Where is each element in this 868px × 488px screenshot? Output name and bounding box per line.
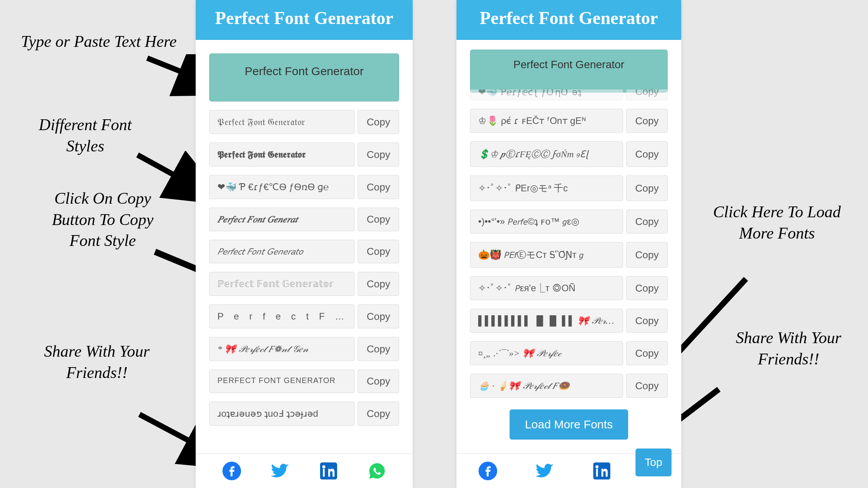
copy-button[interactable]: Copy xyxy=(358,337,399,361)
font-preview: ❤🐳 Ƥ €ɾƒ€℃Ѳ ƒѲռѲ ɡ℮ xyxy=(209,175,355,199)
font-preview: ✧･ﾟ✧･ﾟ 𝘗εя'е⎿т ◎OÑ xyxy=(470,276,623,300)
copy-button[interactable]: Copy xyxy=(626,141,668,167)
annotation-click-copy: Click On Copy Button To Copy Font Style xyxy=(35,188,170,251)
font-preview: ɹoʇɐɹǝuǝפ ʇuoℲ ʇɔǝɟɹǝd xyxy=(209,402,355,426)
linkedin-icon[interactable] xyxy=(592,461,612,481)
twitter-icon[interactable] xyxy=(535,461,555,481)
linkedin-icon[interactable] xyxy=(319,461,339,481)
copy-button[interactable]: Copy xyxy=(358,175,399,199)
font-style-row: ℙ𝕖𝕣𝕗𝕖𝕔𝕥 𝔽𝕠𝕟𝕥 𝔾𝕖𝕟𝕖𝕣𝕒𝕥𝕠𝕣 Copy xyxy=(209,272,399,296)
font-style-row: 𝔓𝔢𝔯𝔣𝔢𝔠𝔱 𝔉𝔬𝔫𝔱 𝔊𝔢𝔫𝔢𝔯𝔞𝔱𝔬𝔯 Copy xyxy=(209,110,399,134)
font-style-row: ¤¸„ .·´¯`»> 🎀 𝒫𝑒𝓇𝒻𝑒𝒸 Copy xyxy=(470,341,668,365)
annotation-different-styles: Different Font Styles xyxy=(19,114,151,156)
text-input[interactable]: Perfect Font Generator xyxy=(209,53,399,101)
load-more-button[interactable]: Load More Fonts xyxy=(510,409,629,440)
font-style-row: 🎃👹 𝘗𝘌𝘧ⒺモCт ᎦὋ́Ɲт 𝘨 Copy xyxy=(470,242,668,268)
whatsapp-icon[interactable] xyxy=(367,461,387,481)
font-preview: ▌▌▌▌▌▌▌▌ ▐▌▐▌ ▌▌ 🎀 𝒫𝑒𝓇𝒻𝑒𝒸 xyxy=(470,309,623,333)
font-style-row: ❤🐳 Ƥ €ɾƒ€℃Ѳ ƒѲռѲ ɡ℮ Copy xyxy=(209,175,399,199)
font-preview: ♔🌷 ρє́ ɾ ꜰEČᴛ ᶠOnᴛ gEᴺ xyxy=(470,109,623,133)
font-style-row: PERFECT FONT GENERATOR Copy xyxy=(209,369,399,393)
font-preview: •)••°'•» 𝘗𝘦𝘳𝘧𝘦©ʇ ꜰo™ 𝘨ε◎ xyxy=(470,210,623,234)
font-preview: ❤🐳 ƤℯɾƒⅇƈƮ ƒƠƞƠ ǝʇ xyxy=(470,89,623,100)
copy-button[interactable]: Copy xyxy=(358,402,399,426)
font-preview: ℙ𝕖𝕣𝕗𝕖𝕔𝕥 𝔽𝕠𝕟𝕥 𝔾𝕖𝕟𝕖𝕣𝕒𝕥𝕠𝕣 xyxy=(209,272,355,296)
font-preview: PERFECT FONT GENERATOR xyxy=(209,369,355,393)
font-preview: ✧･ﾟ✧･ﾟ ᑭEr◎モᵃ 千c xyxy=(470,175,623,201)
font-style-row: 𝕻𝖊𝖗𝖋𝖊𝖈𝖙 𝕱𝖔𝖓𝖙 𝕲𝖊𝖓𝖊𝖗𝖆𝖙𝖔𝖗 Copy xyxy=(209,143,399,167)
font-preview: 🎃👹 𝘗𝘌𝘧ⒺモCт ᎦὋ́Ɲт 𝘨 xyxy=(470,242,623,268)
font-style-row: 𝘗𝘦𝘳𝘧𝘦𝘤𝘵 𝘍𝘰𝘯𝘵 𝘎𝘦𝘯𝘦𝘳𝘢𝘵𝘰 Copy xyxy=(209,240,399,263)
copy-button[interactable]: Copy xyxy=(626,175,668,201)
font-style-row: ♔🌷 ρє́ ɾ ꜰEČᴛ ᶠOnᴛ gEᴺ Copy xyxy=(470,109,668,133)
copy-button[interactable]: Copy xyxy=(358,304,399,328)
left-phone-panel: Perfect Font Generator Perfect Font Gene… xyxy=(196,0,413,488)
font-style-row: ✧･ﾟ✧･ﾟ ᑭEr◎モᵃ 千c Copy xyxy=(470,175,668,201)
annotation-type-here: Type or Paste Text Here xyxy=(14,31,184,52)
font-preview: ¤¸„ .·´¯`»> 🎀 𝒫𝑒𝓇𝒻𝑒𝒸 xyxy=(470,341,623,365)
font-style-row-cutoff: ❤🐳 ƤℯɾƒⅇƈƮ ƒƠƞƠ ǝʇ Copy xyxy=(470,89,668,100)
copy-button[interactable]: Copy xyxy=(626,210,668,234)
share-bar xyxy=(196,454,413,488)
font-preview: 💲♔ 𝒑ⒺɾFĘⒸⒸ ϝσŃт ₉Ɛɭ xyxy=(470,141,623,167)
font-preview: 𝔓𝔢𝔯𝔣𝔢𝔠𝔱 𝔉𝔬𝔫𝔱 𝔊𝔢𝔫𝔢𝔯𝔞𝔱𝔬𝔯 xyxy=(209,110,355,134)
font-style-row: * 🎀 𝒫𝑒𝓇𝒻𝑒𝒸𝓉 𝐹❁𝓃𝓉 𝒢𝑒𝓃 Copy xyxy=(209,337,399,361)
copy-button[interactable]: Copy xyxy=(358,110,399,134)
facebook-icon[interactable] xyxy=(478,461,498,481)
font-style-row: P e r f e c t F o n t Copy xyxy=(209,304,399,328)
scroll-top-button[interactable]: Top xyxy=(636,448,672,476)
app-header: Perfect Font Generator xyxy=(456,0,681,40)
font-style-row: ▌▌▌▌▌▌▌▌ ▐▌▐▌ ▌▌ 🎀 𝒫𝑒𝓇𝒻𝑒𝒸 Copy xyxy=(470,309,668,333)
font-preview: * 🎀 𝒫𝑒𝓇𝒻𝑒𝒸𝓉 𝐹❁𝓃𝓉 𝒢𝑒𝓃 xyxy=(209,337,355,361)
app-header: Perfect Font Generator xyxy=(196,0,413,40)
font-preview: 🧁 · 🍦🎀 𝒫𝑒𝓇𝒻𝑒𝒸𝓉 𝐹🍩 xyxy=(470,374,623,398)
copy-button[interactable]: Copy xyxy=(626,276,668,300)
right-phone-panel: Perfect Font Generator Perfect Font Gene… xyxy=(456,0,681,488)
copy-button[interactable]: Copy xyxy=(358,240,399,263)
font-style-row: ɹoʇɐɹǝuǝפ ʇuoℲ ʇɔǝɟɹǝd Copy xyxy=(209,402,399,426)
facebook-icon[interactable] xyxy=(222,461,242,481)
font-preview: 𝘗𝘦𝘳𝘧𝘦𝘤𝘵 𝘍𝘰𝘯𝘵 𝘎𝘦𝘯𝘦𝘳𝘢𝘵𝘰 xyxy=(209,240,355,263)
copy-button[interactable]: Copy xyxy=(358,208,399,231)
copy-button[interactable]: Copy xyxy=(358,272,399,296)
copy-button[interactable]: Copy xyxy=(626,89,668,100)
twitter-icon[interactable] xyxy=(270,461,290,481)
font-style-row: •)••°'•» 𝘗𝘦𝘳𝘧𝘦©ʇ ꜰo™ 𝘨ε◎ Copy xyxy=(470,210,668,234)
copy-button[interactable]: Copy xyxy=(626,242,668,268)
phone-body: Perfect Font Generator ❤🐳 ƤℯɾƒⅇƈƮ ƒƠƞƠ ǝ… xyxy=(456,40,681,447)
font-preview: 𝕻𝖊𝖗𝖋𝖊𝖈𝖙 𝕱𝖔𝖓𝖙 𝕲𝖊𝖓𝖊𝖗𝖆𝖙𝖔𝖗 xyxy=(209,143,355,167)
font-style-row: 𝑃𝑒𝑟𝑓𝑒𝑐𝑡 𝐹𝑜𝑛𝑡 𝐺𝑒𝑛𝑒𝑟𝑎𝑡 Copy xyxy=(209,208,399,231)
copy-button[interactable]: Copy xyxy=(626,309,668,333)
font-style-row: 💲♔ 𝒑ⒺɾFĘⒸⒸ ϝσŃт ₉Ɛɭ Copy xyxy=(470,141,668,167)
font-style-row: ✧･ﾟ✧･ﾟ 𝘗εя'е⎿т ◎OÑ Copy xyxy=(470,276,668,300)
font-preview: 𝑃𝑒𝑟𝑓𝑒𝑐𝑡 𝐹𝑜𝑛𝑡 𝐺𝑒𝑛𝑒𝑟𝑎𝑡 xyxy=(209,208,355,231)
annotation-share-left: Share With Your Friends!! xyxy=(43,341,151,383)
copy-button[interactable]: Copy xyxy=(358,369,399,393)
copy-button[interactable]: Copy xyxy=(626,109,668,133)
copy-button[interactable]: Copy xyxy=(626,341,668,365)
copy-button[interactable]: Copy xyxy=(358,143,399,167)
phone-body: Perfect Font Generator 𝔓𝔢𝔯𝔣𝔢𝔠𝔱 𝔉𝔬𝔫𝔱 𝔊𝔢𝔫𝔢… xyxy=(196,40,413,433)
annotation-share-right: Share With Your Friends!! xyxy=(725,327,852,369)
annotation-load-more: Click Here To Load More Fonts xyxy=(709,201,845,244)
font-preview: P e r f e c t F o n t xyxy=(209,304,355,328)
font-style-row: 🧁 · 🍦🎀 𝒫𝑒𝓇𝒻𝑒𝒸𝓉 𝐹🍩 Copy xyxy=(470,374,668,398)
copy-button[interactable]: Copy xyxy=(626,374,668,398)
text-input[interactable]: Perfect Font Generator xyxy=(470,50,668,93)
